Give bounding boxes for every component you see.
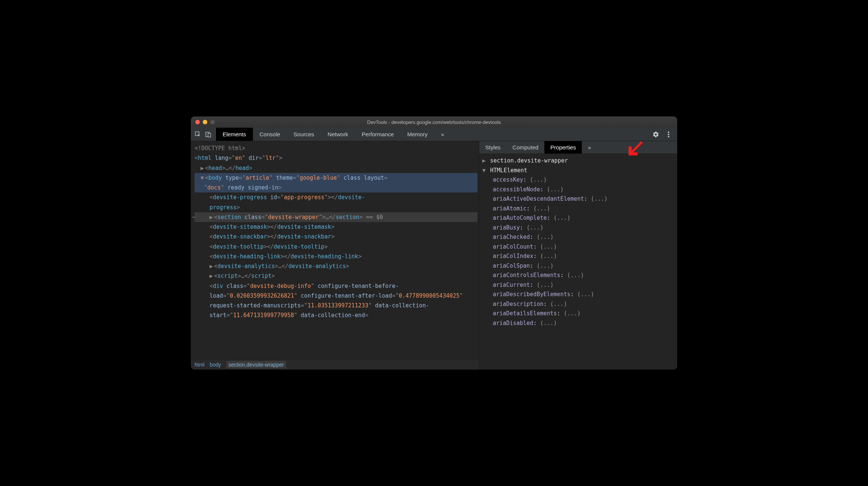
property-row[interactable]: ariaCurrent: (...): [482, 280, 674, 290]
property-row[interactable]: ariaActiveDescendantElement: (...): [482, 194, 674, 204]
more-menu-icon[interactable]: [665, 131, 672, 138]
dom-node-head[interactable]: ▶<head>…</head>: [195, 163, 477, 173]
tab-network[interactable]: Network: [321, 128, 355, 141]
dom-node-progress[interactable]: <devsite-progress id="app-progress"></de…: [195, 192, 477, 212]
dom-node-div-debug[interactable]: <div class="devsite-debug-info" configur…: [195, 281, 477, 321]
svg-point-4: [668, 134, 669, 135]
devtools-window: DevTools - developers.google.com/web/too…: [191, 116, 677, 370]
elements-sidebar: Styles Computed Properties » ▶ section.d…: [479, 141, 677, 370]
device-toolbar-icon[interactable]: [205, 131, 212, 138]
properties-header-section[interactable]: ▶ section.devsite-wrapper: [482, 156, 674, 166]
tab-elements[interactable]: Elements: [216, 128, 253, 141]
main-toolbar: Elements Console Sources Network Perform…: [191, 128, 677, 141]
side-tab-computed[interactable]: Computed: [507, 141, 544, 154]
zoom-window-button[interactable]: [210, 120, 215, 124]
content-area: <!DOCTYPE html> <html lang="en" dir="ltr…: [191, 141, 677, 370]
traffic-lights: [195, 120, 215, 124]
main-tabs: Elements Console Sources Network Perform…: [216, 128, 451, 141]
property-row[interactable]: ariaControlsElements: (...): [482, 271, 674, 280]
property-row[interactable]: ariaAtomic: (...): [482, 204, 674, 214]
property-row[interactable]: ariaDetailsElements: (...): [482, 309, 674, 319]
side-tab-styles[interactable]: Styles: [479, 141, 507, 154]
side-tabs-overflow-icon[interactable]: »: [582, 141, 597, 154]
dom-node-analytics[interactable]: ▶<devsite-analytics>…</devsite-analytics…: [195, 261, 477, 271]
properties-pane[interactable]: ▶ section.devsite-wrapper ▼ HTMLElement …: [479, 154, 677, 370]
tab-sources[interactable]: Sources: [287, 128, 321, 141]
breadcrumb: html body section.devsite-wrapper: [191, 359, 479, 370]
dom-node-body[interactable]: ▼<body type="article" theme="google-blue…: [195, 173, 477, 193]
elements-dom-panel: <!DOCTYPE html> <html lang="en" dir="ltr…: [191, 141, 479, 370]
property-row[interactable]: ariaColSpan: (...): [482, 261, 674, 271]
toolbar-right: [647, 128, 677, 141]
sidebar-tabs: Styles Computed Properties »: [479, 141, 677, 154]
settings-icon[interactable]: [652, 131, 659, 138]
property-row[interactable]: ariaDisabled: (...): [482, 319, 674, 328]
breadcrumb-html[interactable]: html: [195, 362, 204, 368]
dom-node-html[interactable]: <html lang="en" dir="ltr">: [195, 153, 477, 163]
svg-rect-2: [208, 133, 211, 137]
dom-node-sitemask[interactable]: <devsite-sitemask></devsite-sitemask>: [195, 222, 477, 232]
window-title: DevTools - developers.google.com/web/too…: [367, 119, 501, 125]
side-tab-properties[interactable]: Properties: [544, 141, 582, 154]
property-row[interactable]: ariaColCount: (...): [482, 242, 674, 252]
tab-console[interactable]: Console: [253, 128, 287, 141]
tab-memory[interactable]: Memory: [401, 128, 434, 141]
svg-point-3: [668, 131, 669, 133]
properties-header-htmlelement[interactable]: ▼ HTMLElement: [482, 166, 674, 176]
dom-node-doctype[interactable]: <!DOCTYPE html>: [195, 143, 477, 153]
property-row[interactable]: accessibleNode: (...): [482, 185, 674, 195]
breadcrumb-body[interactable]: body: [210, 362, 221, 368]
dom-node-snackbar[interactable]: <devsite-snackbar></devsite-snackbar>: [195, 232, 477, 242]
dom-node-section-selected[interactable]: ⋯▶<section class="devsite-wrapper">…</se…: [195, 212, 477, 222]
dom-node-script[interactable]: ▶<script>…</script>: [195, 271, 477, 281]
tab-performance[interactable]: Performance: [355, 128, 401, 141]
property-row[interactable]: ariaChecked: (...): [482, 233, 674, 242]
property-row[interactable]: ariaBusy: (...): [482, 223, 674, 233]
property-row[interactable]: ariaAutoComplete: (...): [482, 213, 674, 223]
dom-tree[interactable]: <!DOCTYPE html> <html lang="en" dir="ltr…: [191, 141, 479, 359]
titlebar: DevTools - developers.google.com/web/too…: [191, 116, 677, 128]
toolbar-left-icons: [191, 128, 216, 141]
inspect-element-icon[interactable]: [195, 131, 201, 138]
svg-point-5: [668, 136, 669, 137]
property-row[interactable]: ariaDescription: (...): [482, 300, 674, 309]
dom-node-tooltip[interactable]: <devsite-tooltip></devsite-tooltip>: [195, 242, 477, 252]
dom-node-heading-link[interactable]: <devsite-heading-link></devsite-heading-…: [195, 252, 477, 261]
main-tabs-overflow-icon[interactable]: »: [434, 128, 451, 141]
breadcrumb-section[interactable]: section.devsite-wrapper: [226, 361, 286, 368]
property-row[interactable]: ariaDescribedByElements: (...): [482, 290, 674, 300]
property-row[interactable]: accessKey: (...): [482, 175, 674, 185]
property-row[interactable]: ariaColIndex: (...): [482, 252, 674, 261]
close-window-button[interactable]: [195, 120, 200, 124]
minimize-window-button[interactable]: [203, 120, 207, 124]
